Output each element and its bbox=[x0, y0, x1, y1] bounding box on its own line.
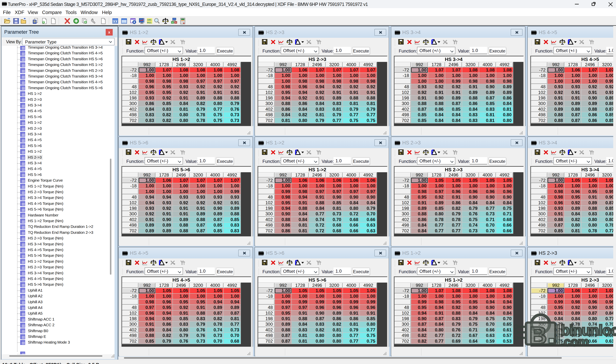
svg-text:B: B bbox=[529, 322, 547, 349]
svg-text:101: 101 bbox=[147, 19, 151, 21]
svg-text:011: 011 bbox=[147, 21, 151, 24]
svg-text:.com: .com bbox=[561, 335, 589, 349]
